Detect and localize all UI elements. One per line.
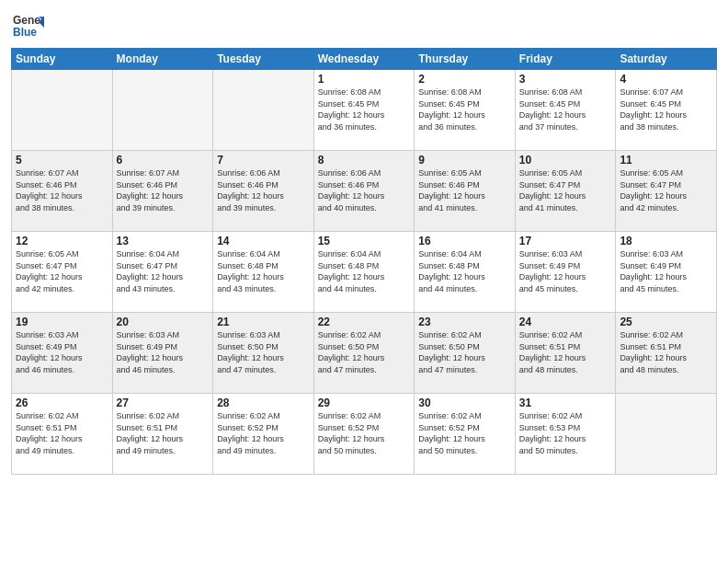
- weekday-header-saturday: Saturday: [616, 49, 717, 70]
- day-number: 23: [418, 316, 511, 328]
- calendar-day: 28Sunrise: 6:02 AMSunset: 6:52 PMDayligh…: [213, 394, 314, 475]
- day-number: 30: [418, 396, 511, 409]
- day-info: Sunrise: 6:07 AMSunset: 6:46 PMDaylight:…: [117, 167, 210, 213]
- calendar-day: 11Sunrise: 6:05 AMSunset: 6:47 PMDayligh…: [616, 151, 717, 232]
- day-number: 4: [620, 73, 712, 86]
- svg-text:Blue: Blue: [13, 26, 37, 39]
- calendar-day: 7Sunrise: 6:06 AMSunset: 6:46 PMDaylight…: [213, 151, 314, 232]
- weekday-header-wednesday: Wednesday: [313, 49, 415, 70]
- calendar-day: 21Sunrise: 6:03 AMSunset: 6:50 PMDayligh…: [213, 313, 314, 394]
- calendar-day: [112, 70, 213, 151]
- svg-text:General: General: [13, 14, 44, 27]
- calendar-week-5: 26Sunrise: 6:02 AMSunset: 6:51 PMDayligh…: [12, 394, 717, 475]
- day-info: Sunrise: 6:06 AMSunset: 6:46 PMDaylight:…: [318, 167, 411, 213]
- day-info: Sunrise: 6:05 AMSunset: 6:47 PMDaylight:…: [16, 248, 108, 294]
- calendar-day: 29Sunrise: 6:02 AMSunset: 6:52 PMDayligh…: [313, 394, 415, 475]
- day-number: 27: [117, 396, 210, 409]
- day-number: 28: [217, 396, 310, 409]
- day-info: Sunrise: 6:05 AMSunset: 6:47 PMDaylight:…: [519, 167, 612, 213]
- calendar-day: 9Sunrise: 6:05 AMSunset: 6:46 PMDaylight…: [415, 151, 516, 232]
- calendar-day: 25Sunrise: 6:02 AMSunset: 6:51 PMDayligh…: [616, 313, 717, 394]
- day-number: 6: [117, 154, 210, 167]
- day-number: 24: [519, 316, 612, 328]
- calendar-day: 31Sunrise: 6:02 AMSunset: 6:53 PMDayligh…: [515, 394, 616, 475]
- calendar-day: 8Sunrise: 6:06 AMSunset: 6:46 PMDaylight…: [313, 151, 415, 232]
- weekday-header-sunday: Sunday: [12, 49, 113, 70]
- calendar-day: 17Sunrise: 6:03 AMSunset: 6:49 PMDayligh…: [515, 232, 616, 313]
- calendar-day: 15Sunrise: 6:04 AMSunset: 6:48 PMDayligh…: [313, 232, 415, 313]
- day-info: Sunrise: 6:02 AMSunset: 6:51 PMDaylight:…: [16, 410, 108, 456]
- calendar-day: 27Sunrise: 6:02 AMSunset: 6:51 PMDayligh…: [112, 394, 213, 475]
- calendar-day: [213, 70, 314, 151]
- day-number: 9: [418, 154, 511, 167]
- calendar-week-1: 1Sunrise: 6:08 AMSunset: 6:45 PMDaylight…: [12, 70, 717, 151]
- day-number: 25: [620, 316, 712, 328]
- calendar-day: 16Sunrise: 6:04 AMSunset: 6:48 PMDayligh…: [415, 232, 516, 313]
- calendar-day: 19Sunrise: 6:03 AMSunset: 6:49 PMDayligh…: [12, 313, 113, 394]
- day-info: Sunrise: 6:04 AMSunset: 6:47 PMDaylight:…: [117, 248, 210, 294]
- day-number: 18: [620, 235, 712, 247]
- day-info: Sunrise: 6:08 AMSunset: 6:45 PMDaylight:…: [418, 86, 511, 132]
- page-container: General Blue SundayMondayTuesdayWednesda…: [0, 0, 728, 563]
- day-info: Sunrise: 6:02 AMSunset: 6:52 PMDaylight:…: [418, 410, 511, 456]
- calendar-day: 6Sunrise: 6:07 AMSunset: 6:46 PMDaylight…: [112, 151, 213, 232]
- day-number: 15: [318, 235, 411, 247]
- calendar-day: 23Sunrise: 6:02 AMSunset: 6:50 PMDayligh…: [415, 313, 516, 394]
- weekday-header-thursday: Thursday: [415, 49, 516, 70]
- day-info: Sunrise: 6:02 AMSunset: 6:51 PMDaylight:…: [519, 329, 612, 375]
- day-number: 31: [519, 396, 612, 409]
- calendar-day: 13Sunrise: 6:04 AMSunset: 6:47 PMDayligh…: [112, 232, 213, 313]
- calendar-day: 18Sunrise: 6:03 AMSunset: 6:49 PMDayligh…: [616, 232, 717, 313]
- day-info: Sunrise: 6:02 AMSunset: 6:52 PMDaylight:…: [318, 410, 411, 456]
- weekday-header-friday: Friday: [515, 49, 616, 70]
- day-number: 3: [519, 73, 612, 86]
- day-info: Sunrise: 6:05 AMSunset: 6:47 PMDaylight:…: [620, 167, 712, 213]
- day-info: Sunrise: 6:04 AMSunset: 6:48 PMDaylight:…: [217, 248, 310, 294]
- day-info: Sunrise: 6:03 AMSunset: 6:49 PMDaylight:…: [620, 248, 712, 294]
- calendar-day: 20Sunrise: 6:03 AMSunset: 6:49 PMDayligh…: [112, 313, 213, 394]
- day-info: Sunrise: 6:02 AMSunset: 6:52 PMDaylight:…: [217, 410, 310, 456]
- day-number: 10: [519, 154, 612, 167]
- day-number: 13: [117, 235, 210, 247]
- day-info: Sunrise: 6:02 AMSunset: 6:51 PMDaylight:…: [620, 329, 712, 375]
- calendar-week-4: 19Sunrise: 6:03 AMSunset: 6:49 PMDayligh…: [12, 313, 717, 394]
- day-info: Sunrise: 6:02 AMSunset: 6:53 PMDaylight:…: [519, 410, 612, 456]
- day-info: Sunrise: 6:02 AMSunset: 6:51 PMDaylight:…: [117, 410, 210, 456]
- day-info: Sunrise: 6:02 AMSunset: 6:50 PMDaylight:…: [418, 329, 511, 375]
- day-number: 20: [117, 316, 210, 328]
- calendar-day: 10Sunrise: 6:05 AMSunset: 6:47 PMDayligh…: [515, 151, 616, 232]
- day-number: 14: [217, 235, 310, 247]
- day-number: 22: [318, 316, 411, 328]
- day-info: Sunrise: 6:07 AMSunset: 6:46 PMDaylight:…: [16, 167, 108, 213]
- calendar-table: SundayMondayTuesdayWednesdayThursdayFrid…: [11, 48, 717, 475]
- calendar-day: 12Sunrise: 6:05 AMSunset: 6:47 PMDayligh…: [12, 232, 113, 313]
- weekday-header-monday: Monday: [112, 49, 213, 70]
- day-info: Sunrise: 6:03 AMSunset: 6:49 PMDaylight:…: [519, 248, 612, 294]
- calendar-day: 24Sunrise: 6:02 AMSunset: 6:51 PMDayligh…: [515, 313, 616, 394]
- day-number: 26: [16, 396, 108, 409]
- day-number: 2: [418, 73, 511, 86]
- calendar-day: 26Sunrise: 6:02 AMSunset: 6:51 PMDayligh…: [12, 394, 113, 475]
- calendar-day: 4Sunrise: 6:07 AMSunset: 6:45 PMDaylight…: [616, 70, 717, 151]
- day-number: 7: [217, 154, 310, 167]
- calendar-day: 14Sunrise: 6:04 AMSunset: 6:48 PMDayligh…: [213, 232, 314, 313]
- day-number: 5: [16, 154, 108, 167]
- calendar-day: 3Sunrise: 6:08 AMSunset: 6:45 PMDaylight…: [515, 70, 616, 151]
- day-number: 8: [318, 154, 411, 167]
- day-info: Sunrise: 6:08 AMSunset: 6:45 PMDaylight:…: [519, 86, 612, 132]
- calendar-week-2: 5Sunrise: 6:07 AMSunset: 6:46 PMDaylight…: [12, 151, 717, 232]
- logo-icon: General Blue: [11, 9, 44, 42]
- day-info: Sunrise: 6:04 AMSunset: 6:48 PMDaylight:…: [318, 248, 411, 294]
- calendar-day: 5Sunrise: 6:07 AMSunset: 6:46 PMDaylight…: [12, 151, 113, 232]
- day-number: 1: [318, 73, 411, 86]
- day-info: Sunrise: 6:07 AMSunset: 6:45 PMDaylight:…: [620, 86, 712, 132]
- calendar-day: [12, 70, 113, 151]
- weekday-header-tuesday: Tuesday: [213, 49, 314, 70]
- day-number: 16: [418, 235, 511, 247]
- logo: General Blue: [11, 9, 46, 42]
- day-number: 29: [318, 396, 411, 409]
- day-number: 19: [16, 316, 108, 328]
- calendar-day: 30Sunrise: 6:02 AMSunset: 6:52 PMDayligh…: [415, 394, 516, 475]
- day-number: 21: [217, 316, 310, 328]
- calendar-day: 22Sunrise: 6:02 AMSunset: 6:50 PMDayligh…: [313, 313, 415, 394]
